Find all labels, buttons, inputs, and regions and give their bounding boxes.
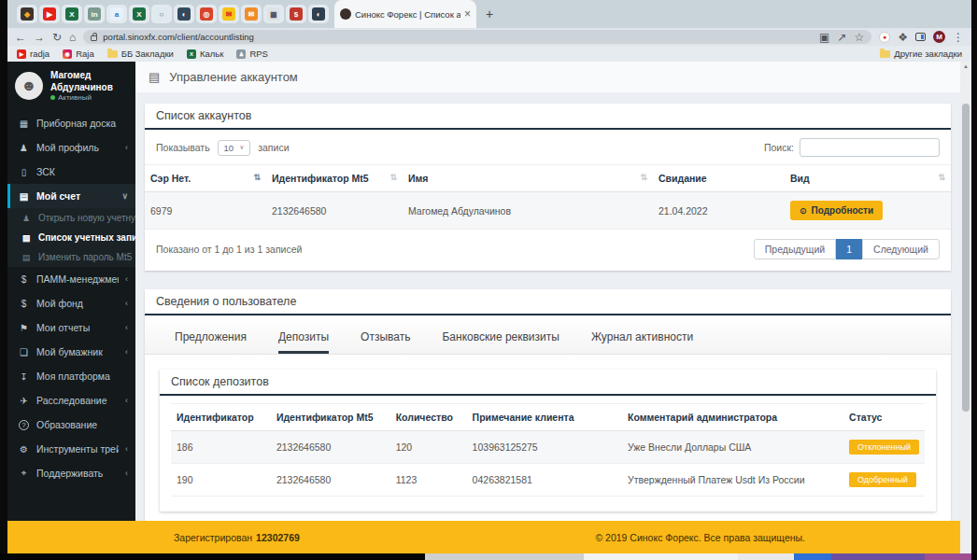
pinned-tab-mail[interactable]: ✉	[241, 5, 262, 23]
search-input[interactable]	[800, 138, 940, 157]
next-page-button[interactable]: Следующий	[862, 239, 940, 259]
cell-admin-comment: Утвержденный Платеж Usdt Из России	[622, 464, 843, 497]
translate-icon[interactable]: ▣	[819, 32, 829, 43]
home-icon[interactable]: ⌂	[69, 32, 76, 43]
sidebar-item-my-account[interactable]: ▤ Мой счет ∨	[7, 184, 135, 208]
column-header[interactable]: Имя⇅	[403, 165, 653, 192]
table-row: 6979 2132646580 Магомед Абдулачинов 21.0…	[145, 192, 951, 230]
pagination: Предыдущий 1 Следующий	[754, 239, 940, 259]
pinned-tab-youtube[interactable]: ▶	[39, 5, 60, 23]
bookmark-radja[interactable]: ▶ radja	[17, 49, 50, 59]
sidebar-item-zsk[interactable]: ▯ ЗСК	[7, 160, 135, 184]
desktop-edge	[0, 553, 977, 560]
scrollbar-thumb[interactable]	[962, 104, 970, 412]
url-text[interactable]: portal.sinoxfx.com/client/accountlisting	[103, 32, 814, 42]
bookmark-calc[interactable]: X Кальк	[187, 49, 223, 59]
pinned-tab-excel[interactable]: X	[62, 5, 82, 23]
page-header: ▤ Управление аккаунтом	[135, 62, 971, 92]
cell-mt5-id: 2132646580	[271, 431, 390, 464]
sort-icon: ⇅	[938, 173, 945, 182]
pinned-tab[interactable]: ▦	[263, 5, 284, 23]
column-header[interactable]: Вид⇅	[785, 165, 951, 192]
forward-icon[interactable]: →	[34, 32, 45, 43]
browser-toolbar: ← → ↻ ⌂ portal.sinoxfx.com/client/accoun…	[7, 28, 971, 46]
current-page-button[interactable]: 1	[836, 239, 862, 259]
details-button[interactable]: ⊙ Подробности	[790, 201, 883, 220]
youtube-icon: ▶	[43, 7, 56, 21]
column-header[interactable]: Идентификатор Mt5⇅	[266, 165, 403, 192]
sidebar-item-investigation[interactable]: ✈ Расследование ‹	[7, 388, 135, 413]
pinned-tab[interactable]: ◐	[174, 5, 194, 23]
address-bar[interactable]: portal.sinoxfx.com/client/accountlisting…	[83, 30, 871, 44]
cell-admin-comment: Уже Внесли Доллары США	[622, 431, 843, 464]
sidebar-item-dashboard[interactable]: ▦ Приборная доска	[7, 111, 135, 135]
scroll-up-icon[interactable]: ▲	[963, 63, 969, 69]
share-icon[interactable]: ↗	[837, 32, 846, 43]
tab-deposits[interactable]: Депозиты	[278, 330, 329, 354]
extensions-puzzle-icon[interactable]: ❖	[898, 32, 908, 43]
column-header[interactable]: Сэр Нет.⇅	[145, 165, 266, 192]
background-window-sliver	[794, 553, 831, 560]
site-favicon: ◎	[200, 7, 213, 21]
pinned-tab[interactable]: a	[106, 5, 127, 23]
status-badge: Одобренный	[849, 472, 916, 487]
excel-icon: X	[65, 7, 78, 21]
page-length-select[interactable]: 10 ∨	[218, 140, 251, 156]
sidebar-item-my-wallet[interactable]: ❏ Мой бумажник ‹	[7, 340, 135, 364]
bookmark-raja[interactable]: ◉ Raja	[63, 49, 94, 59]
side-panel-icon[interactable]	[915, 33, 926, 41]
bookmark-star-icon[interactable]: ☆	[854, 32, 864, 43]
pinned-tab[interactable]: ◆	[17, 5, 37, 23]
sidebar-item-education[interactable]: ? Образование	[7, 413, 135, 437]
sidebar-item-my-reports[interactable]: ⚑ Мои отчеты ‹	[7, 315, 135, 340]
pinned-tab[interactable]: ○	[151, 5, 172, 23]
site-favicon: a	[110, 7, 123, 21]
site-favicon: ▦	[267, 7, 280, 21]
status-badge: Отклоненный	[849, 440, 919, 455]
cell-amount: 1123	[390, 464, 467, 497]
chevron-left-icon: ‹	[125, 274, 128, 284]
pinned-tab[interactable]: ◎	[196, 5, 217, 23]
sidebar-subitem-account-list[interactable]: ▤ Список учетных записей	[7, 228, 135, 247]
bookmark-label: Raja	[76, 49, 94, 59]
background-window-sliver	[925, 553, 971, 560]
user-details-title: Сведения о пользователе	[145, 289, 951, 315]
pinned-tab-excel[interactable]: X	[129, 5, 149, 23]
sidebar-item-my-platform[interactable]: ↧ Моя платформа	[7, 364, 135, 388]
column-header[interactable]: Свидание	[653, 165, 785, 192]
back-icon[interactable]: ←	[15, 32, 26, 43]
sidebar-subitem-change-mt5-password[interactable]: ▤ Изменить пароль Mt5	[7, 247, 135, 267]
active-tab[interactable]: Синокс Форекс | Список аккау ×	[334, 0, 476, 28]
sidebar-item-my-profile[interactable]: ♟ Мой профиль ‹	[7, 135, 135, 160]
pinned-tab[interactable]: ◐	[308, 5, 329, 23]
tab-withdraw[interactable]: Отзывать	[361, 330, 410, 354]
page-viewport: ☻ Магомед Абдулачинов Активный ▦ Приборн…	[7, 62, 971, 553]
page-scrollbar[interactable]: ▲	[960, 62, 971, 553]
user-status: Активный	[50, 93, 128, 102]
pinned-tab[interactable]: in	[84, 5, 105, 23]
sidebar-item-pamm[interactable]: $ ПАММ-менеджмент ‹	[7, 267, 135, 291]
browser-menu-icon[interactable]: ⋮	[953, 32, 964, 43]
reload-icon[interactable]: ↻	[52, 32, 62, 43]
pinned-tab-mail[interactable]: ✉	[219, 5, 239, 23]
sidebar-item-trader-tools[interactable]: ⚙ Инструменты трейдера ‹	[7, 437, 135, 461]
sidebar-item-support[interactable]: ⌖ Поддерживать ‹	[7, 461, 135, 485]
extension-icon[interactable]: ●	[879, 32, 890, 43]
user-avatar: ☻	[15, 72, 43, 100]
user-plus-icon: ♟	[21, 214, 32, 223]
sidebar-item-my-fund[interactable]: $ Мой фонд ‹	[7, 291, 135, 315]
folder-icon	[880, 50, 890, 58]
profile-avatar[interactable]: M	[933, 31, 945, 43]
bookmark-folder-bb[interactable]: ББ Закладки	[107, 49, 174, 59]
previous-page-button[interactable]: Предыдущий	[754, 239, 836, 259]
tab-bank-details[interactable]: Банковские реквизиты	[442, 330, 559, 354]
other-bookmarks[interactable]: Другие закладки	[880, 49, 962, 59]
new-tab-button[interactable]: +	[486, 7, 493, 21]
bookmark-rps[interactable]: ♟ RPS	[236, 49, 268, 59]
sidebar-subitem-open-new-account[interactable]: ♟ Открыть новую учетную запис	[7, 208, 135, 228]
tab-activity-log[interactable]: Журнал активности	[591, 330, 693, 354]
pinned-tab[interactable]: $	[286, 5, 306, 23]
close-tab-icon[interactable]: ×	[464, 7, 471, 21]
bookmark-label: Кальк	[200, 49, 223, 59]
tab-offers[interactable]: Предложения	[175, 330, 247, 354]
